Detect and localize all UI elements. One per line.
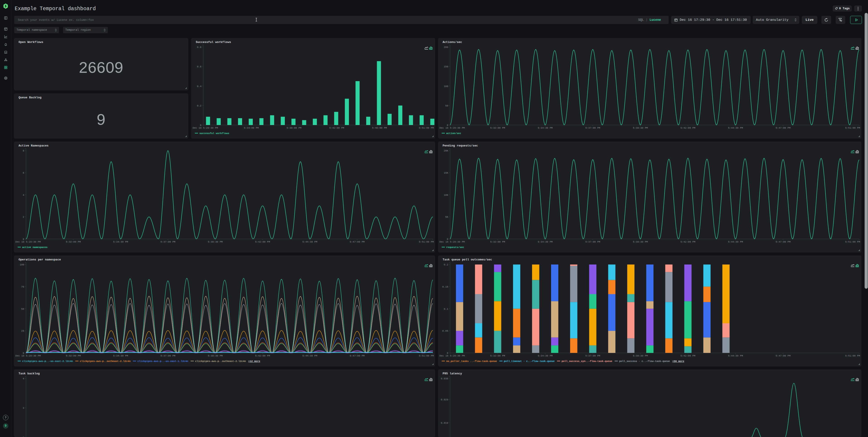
svg-text:2: 2: [23, 216, 24, 218]
svg-text:0.029: 0.029: [441, 398, 448, 401]
svg-text:100: 100: [20, 263, 24, 266]
svg-text:Dec 16 5:29:30 PM: Dec 16 5:29:30 PM: [16, 241, 41, 243]
svg-text:0.2: 0.2: [197, 104, 202, 107]
svg-text:5:44:30 PM: 5:44:30 PM: [728, 127, 743, 129]
svg-text:Dec 16 5:29:30 PM: Dec 16 5:29:30 PM: [439, 241, 465, 243]
svg-text:4: 4: [23, 377, 24, 380]
svg-text:0.05: 0.05: [442, 330, 448, 332]
svg-text:5:47:00 PM: 5:47:00 PM: [350, 354, 365, 357]
svg-text:5K: 5K: [445, 216, 448, 218]
svg-text:0.8: 0.8: [197, 46, 202, 49]
svg-text:0.15: 0.15: [442, 285, 448, 288]
svg-text:5:34:30 PM: 5:34:30 PM: [538, 241, 553, 243]
svg-text:0.038: 0.038: [441, 377, 448, 380]
svg-text:5:51:00 PM: 5:51:00 PM: [419, 354, 434, 357]
svg-text:clickpipes-aws-p..outheast-2.l: clickpipes-aws-p..outheast-2.l2c4n: [195, 360, 246, 363]
svg-text:5:51:00 PM: 5:51:00 PM: [419, 241, 434, 243]
svg-text:5:42:00 PM: 5:42:00 PM: [680, 241, 695, 243]
svg-text:5:42:00 PM: 5:42:00 PM: [255, 354, 270, 357]
svg-text:Dec 16 5:29:30 PM: Dec 16 5:29:30 PM: [439, 127, 465, 129]
svg-text:5:32:00 PM: 5:32:00 PM: [490, 241, 505, 243]
svg-text:5:34:30 PM: 5:34:30 PM: [538, 127, 553, 129]
svg-text:0.019: 0.019: [441, 422, 448, 424]
svg-text:75: 75: [21, 285, 24, 288]
svg-text:5:39:30 PM: 5:39:30 PM: [208, 241, 223, 243]
svg-text:5:44:30 PM: 5:44:30 PM: [728, 241, 743, 243]
svg-text:5:34:30 PM: 5:34:30 PM: [113, 354, 128, 357]
svg-text:+56 more: +56 more: [672, 360, 684, 363]
svg-text:Dec 16 5:29:30 PM: Dec 16 5:29:30 PM: [16, 354, 41, 357]
svg-text:0.2: 0.2: [444, 263, 448, 266]
svg-text:200: 200: [444, 46, 448, 49]
svg-text:5:44:30 PM: 5:44:30 PM: [728, 354, 743, 357]
svg-text:0.6: 0.6: [197, 65, 202, 68]
svg-text:successful workflows: successful workflows: [199, 132, 229, 135]
svg-text:5:37:00 PM: 5:37:00 PM: [160, 241, 176, 243]
svg-text:no_poller_tasks ..-flow-task-q: no_poller_tasks ..-flow-task-queue: [446, 360, 497, 363]
svg-text:5:37:00 PM: 5:37:00 PM: [160, 354, 176, 357]
svg-text:5:51:00 PM: 5:51:00 PM: [845, 127, 860, 129]
svg-text:20K: 20K: [444, 150, 448, 152]
svg-text:poll_timeout · c..-flow-task-q: poll_timeout · c..-flow-task-queue: [504, 360, 555, 363]
svg-text:5:39:30 PM: 5:39:30 PM: [633, 354, 648, 357]
svg-text:5:42:00 PM: 5:42:00 PM: [680, 354, 695, 357]
svg-text:requests/sec: requests/sec: [446, 246, 464, 249]
svg-text:50: 50: [445, 104, 448, 107]
svg-text:5:39:30 PM: 5:39:30 PM: [633, 127, 648, 129]
svg-text:5:47:00 PM: 5:47:00 PM: [776, 354, 790, 357]
svg-text:0: 0: [200, 124, 202, 127]
svg-text:5:51:00 PM: 5:51:00 PM: [419, 127, 434, 129]
svg-text:action/sec: action/sec: [446, 132, 461, 135]
svg-text:poll_success · c..-flow-task-q: poll_success · c..-flow-task-queue: [619, 360, 670, 363]
svg-text:5:37:00 PM: 5:37:00 PM: [585, 241, 600, 243]
svg-text:Dec 16 5:29:30 PM: Dec 16 5:29:30 PM: [193, 127, 218, 129]
svg-text:5:38:00 PM: 5:38:00 PM: [287, 127, 302, 129]
svg-text:150: 150: [444, 65, 448, 68]
svg-text:6: 6: [23, 171, 24, 174]
svg-text:5:47:00 PM: 5:47:00 PM: [776, 127, 790, 129]
svg-text:50: 50: [21, 308, 24, 310]
svg-text:10K: 10K: [444, 194, 448, 196]
svg-text:5:42:00 PM: 5:42:00 PM: [329, 127, 344, 129]
svg-text:5:44:30 PM: 5:44:30 PM: [303, 354, 317, 357]
svg-text:5:34:30 PM: 5:34:30 PM: [538, 354, 553, 357]
svg-text:5:34:00 PM: 5:34:00 PM: [244, 127, 259, 129]
svg-text:5:34:30 PM: 5:34:30 PM: [113, 241, 128, 243]
svg-text:clickpipes-aws-p..-us-east-1.l: clickpipes-aws-p..-us-east-1.l2c4n: [137, 360, 188, 363]
svg-text:5:47:00 PM: 5:47:00 PM: [350, 241, 365, 243]
svg-text:5:39:30 PM: 5:39:30 PM: [208, 354, 223, 357]
svg-text:0: 0: [447, 124, 448, 127]
svg-text:0: 0: [23, 238, 24, 241]
svg-text:5:51:00 PM: 5:51:00 PM: [845, 241, 860, 243]
svg-text:5:32:00 PM: 5:32:00 PM: [66, 241, 81, 243]
svg-text:5:44:30 PM: 5:44:30 PM: [303, 241, 317, 243]
svg-text:5:42:00 PM: 5:42:00 PM: [255, 241, 270, 243]
svg-text:5:37:00 PM: 5:37:00 PM: [585, 354, 600, 357]
svg-text:Dec 16 5:29:30 PM: Dec 16 5:29:30 PM: [439, 354, 465, 357]
svg-text:5:47:00 PM: 5:47:00 PM: [776, 241, 790, 243]
svg-text:clickpipes-aws-p..outheast-2.l: clickpipes-aws-p..outheast-2.l2c4n: [80, 360, 130, 363]
svg-text:5:32:00 PM: 5:32:00 PM: [490, 354, 505, 357]
svg-text:4: 4: [23, 194, 24, 196]
svg-text:0: 0: [447, 238, 448, 241]
svg-text:0.1: 0.1: [444, 308, 448, 310]
svg-text:+12 more: +12 more: [248, 360, 260, 363]
svg-text:100: 100: [444, 85, 448, 88]
svg-text:poll_success_syn..-flow-task-q: poll_success_syn..-flow-task-queue: [561, 360, 612, 363]
svg-text:5:51:00 PM: 5:51:00 PM: [845, 354, 860, 357]
svg-text:5:46:00 PM: 5:46:00 PM: [372, 127, 387, 129]
svg-text:8: 8: [23, 150, 24, 152]
svg-text:3: 3: [23, 407, 24, 409]
svg-text:0.4: 0.4: [197, 85, 202, 88]
svg-text:5:32:00 PM: 5:32:00 PM: [66, 354, 81, 357]
svg-text:5:37:00 PM: 5:37:00 PM: [585, 127, 600, 129]
svg-text:active namespaces: active namespaces: [22, 246, 48, 249]
svg-text:5:42:00 PM: 5:42:00 PM: [680, 127, 695, 129]
svg-text:0: 0: [447, 352, 448, 354]
svg-text:25: 25: [21, 330, 24, 332]
svg-text:5:32:00 PM: 5:32:00 PM: [490, 127, 505, 129]
svg-text:15K: 15K: [444, 171, 448, 174]
svg-text:clickpipes-aws-p..-us-east-2.l: clickpipes-aws-p..-us-east-2.l2c4n: [22, 360, 73, 363]
svg-text:0: 0: [23, 352, 24, 354]
svg-text:5:39:30 PM: 5:39:30 PM: [633, 241, 648, 243]
